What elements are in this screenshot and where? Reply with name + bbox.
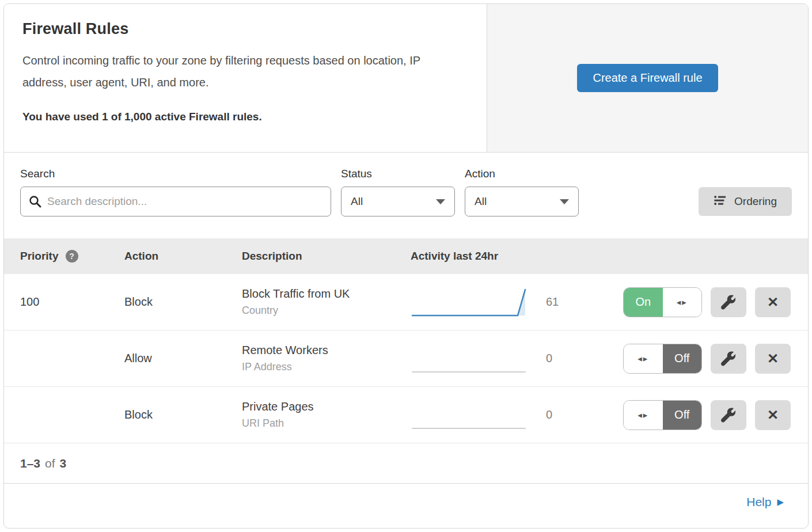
pagination-range: 1–3 bbox=[20, 457, 40, 470]
activity-count: 0 bbox=[546, 352, 552, 365]
page-title: Firewall Rules bbox=[22, 20, 468, 38]
search-label: Search bbox=[20, 168, 331, 180]
rule-action: Allow bbox=[124, 352, 242, 365]
hero-action-panel: Create a Firewall rule bbox=[487, 4, 808, 152]
delete-rule-button[interactable]: ✕ bbox=[755, 287, 791, 317]
help-link-label: Help bbox=[746, 495, 771, 509]
table-row: Allow Remote Workers IP Address 0 ◂▸ Off… bbox=[4, 330, 808, 387]
action-selected-value: All bbox=[475, 195, 487, 208]
ordered-list-icon bbox=[714, 195, 727, 209]
rule-match-type: IP Address bbox=[242, 361, 411, 373]
help-bar: Help ▶ bbox=[4, 484, 808, 520]
status-filter-group: Status All bbox=[341, 168, 455, 216]
wrench-icon bbox=[721, 295, 736, 310]
hero-text-panel: Firewall Rules Control incoming traffic … bbox=[4, 4, 487, 152]
close-icon: ✕ bbox=[767, 407, 779, 423]
toggle-off-segment: Off bbox=[663, 401, 702, 430]
activity-count: 61 bbox=[546, 295, 559, 309]
status-select[interactable]: All bbox=[341, 187, 455, 216]
rule-description: Remote Workers bbox=[242, 344, 411, 357]
toggle-handle-icon: ◂▸ bbox=[663, 288, 702, 317]
usage-note: You have used 1 of 1,000 active Firewall… bbox=[22, 111, 468, 123]
filter-bar: Search Status All Action All bbox=[4, 153, 808, 238]
edit-rule-button[interactable] bbox=[711, 400, 746, 430]
search-icon bbox=[28, 195, 42, 211]
table-row: Block Private Pages URI Path 0 ◂▸ Off ✕ bbox=[4, 387, 808, 443]
column-header-activity: Activity last 24hr bbox=[411, 250, 808, 263]
table-row: 100 Block Block Traffic from UK Country … bbox=[4, 274, 808, 330]
column-header-priority: Priority bbox=[20, 250, 59, 263]
rule-match-type: URI Path bbox=[242, 417, 411, 430]
rule-match-type: Country bbox=[242, 305, 411, 317]
pagination-bar: 1–3 of 3 bbox=[4, 443, 808, 484]
rule-description: Private Pages bbox=[242, 400, 411, 413]
pagination-of: of bbox=[45, 457, 55, 470]
search-input[interactable] bbox=[20, 187, 331, 216]
ordering-button[interactable]: Ordering bbox=[699, 187, 792, 216]
action-filter-group: Action All bbox=[465, 168, 579, 216]
ordering-button-label: Ordering bbox=[734, 195, 777, 208]
search-group: Search bbox=[20, 168, 331, 216]
toggle-handle-icon: ◂▸ bbox=[624, 401, 663, 430]
table-header-row: Priority ? Action Description Activity l… bbox=[4, 238, 808, 274]
chevron-down-icon bbox=[436, 199, 445, 204]
page-description: Control incoming traffic to your zone by… bbox=[22, 50, 466, 93]
toggle-off-segment: Off bbox=[663, 344, 702, 373]
close-icon: ✕ bbox=[767, 351, 779, 367]
column-header-description: Description bbox=[242, 250, 411, 263]
rule-enabled-toggle[interactable]: ◂▸ Off bbox=[623, 400, 702, 430]
pagination-total: 3 bbox=[60, 457, 67, 470]
action-label: Action bbox=[465, 168, 579, 180]
edit-rule-button[interactable] bbox=[711, 287, 746, 317]
activity-sparkline bbox=[411, 398, 529, 432]
firewall-rules-card: Firewall Rules Control incoming traffic … bbox=[3, 3, 809, 529]
activity-sparkline bbox=[411, 286, 529, 319]
close-icon: ✕ bbox=[767, 294, 779, 310]
hero-section: Firewall Rules Control incoming traffic … bbox=[4, 4, 808, 153]
rule-enabled-toggle[interactable]: On ◂▸ bbox=[623, 287, 702, 317]
edit-rule-button[interactable] bbox=[711, 344, 746, 374]
rule-action: Block bbox=[124, 295, 242, 309]
activity-count: 0 bbox=[546, 408, 552, 421]
column-header-action: Action bbox=[124, 250, 242, 263]
delete-rule-button[interactable]: ✕ bbox=[755, 344, 791, 374]
rule-enabled-toggle[interactable]: ◂▸ Off bbox=[623, 344, 702, 374]
rule-description: Block Traffic from UK bbox=[242, 287, 411, 301]
priority-help-icon[interactable]: ? bbox=[66, 250, 78, 263]
rule-priority: 100 bbox=[20, 295, 124, 309]
toggle-handle-icon: ◂▸ bbox=[624, 344, 663, 373]
toggle-on-segment: On bbox=[624, 288, 663, 317]
action-select[interactable]: All bbox=[465, 187, 579, 216]
delete-rule-button[interactable]: ✕ bbox=[755, 400, 791, 430]
wrench-icon bbox=[721, 408, 736, 423]
create-firewall-rule-button[interactable]: Create a Firewall rule bbox=[577, 64, 718, 92]
rule-action: Block bbox=[124, 408, 242, 421]
status-selected-value: All bbox=[351, 195, 363, 208]
activity-sparkline bbox=[411, 342, 529, 375]
status-label: Status bbox=[341, 168, 455, 180]
wrench-icon bbox=[721, 351, 736, 366]
chevron-right-icon: ▶ bbox=[777, 497, 784, 507]
help-link[interactable]: Help ▶ bbox=[746, 495, 784, 509]
chevron-down-icon bbox=[560, 199, 569, 204]
